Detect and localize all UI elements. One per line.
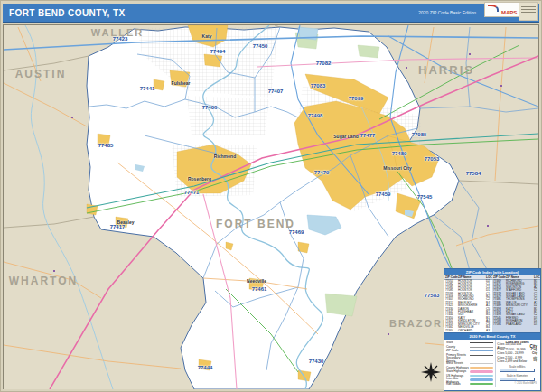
zip-table-row: 77584PEARLANDD3: [492, 323, 540, 326]
zip-code-label: 77545: [417, 194, 433, 200]
legend-city-sample: city: [534, 359, 537, 362]
legend-symbol-icon: [470, 383, 493, 386]
legend-city-label: Cities 2,499 and Below: [497, 359, 527, 363]
legend-symbol-icon: [470, 367, 493, 369]
zip-code-label: 77479: [314, 170, 330, 175]
legend-symbol-icon: [470, 355, 493, 356]
zip-table-title: ZIP Code Index (with Location): [444, 269, 540, 275]
zip-code-label: 77430: [309, 359, 324, 364]
legend-symbol-icon: [470, 359, 493, 359]
zip-code-label: 77085: [412, 132, 427, 137]
zip-code-label: 77469: [289, 229, 304, 235]
legend-symbol-icon: [470, 347, 493, 348]
legend-item-label: State: [446, 341, 470, 344]
zip-code-label: 77444: [198, 365, 213, 370]
zip-code-label: 77461: [252, 286, 267, 292]
legend-title: 2020 Fort Bend County, TX: [444, 333, 540, 340]
map-poster: FORT BEND COUNTY, TX 2020 ZIP Code Basic…: [0, 0, 542, 392]
zip-code-label: 77099: [349, 96, 364, 101]
city-name-label: Fulshear: [172, 80, 191, 86]
legend-city-row: Cities 2,499 and Belowcity: [496, 359, 538, 363]
scale-bar: Scale in Miles: [500, 365, 535, 372]
zip-code-label: 77407: [268, 89, 284, 94]
county-name-label: AUSTIN: [15, 68, 67, 80]
marketmaps-logo-icon: MAPS: [484, 2, 519, 17]
legend-cities-column: Cities and Towns Cities 100,000 and Abov…: [495, 340, 540, 387]
zip-code-label: 77082: [316, 61, 332, 66]
legend-symbol-icon: [470, 363, 493, 364]
zip-code-label: 77441: [140, 86, 155, 91]
zip-code-label: 77459: [376, 191, 391, 197]
zip-code-label: 77471: [184, 190, 200, 195]
zip-code-label: 77485: [98, 143, 114, 148]
zip-code-label: 77406: [202, 105, 218, 110]
zip-table-cell: PEARLAND: [506, 323, 534, 326]
header-bar: FORT BEND COUNTY, TX 2020 ZIP Code Basic…: [3, 4, 539, 22]
legend-symbol-icon: [470, 342, 493, 343]
edition-label: 2020 ZIP Code Basic Edition: [418, 10, 476, 15]
zip-table-cell: D3: [534, 323, 540, 326]
zip-code-label: 77494: [210, 49, 226, 54]
zip-table-left-column: ZIP CodeZIP NameLOC77053HOUSTOND277082HO…: [444, 275, 492, 332]
county-name-label: FORT BEND: [216, 218, 295, 230]
zip-code-label: 77083: [311, 83, 326, 89]
county-name-label: WHARTON: [9, 275, 78, 287]
legend-symbol-icon: [470, 375, 493, 378]
zip-code-label: 77583: [425, 293, 440, 298]
city-name-label: Needville: [247, 278, 266, 284]
legend-symbol-list: StateCountyZIP CodePrimary StreetsSecond…: [444, 340, 495, 387]
legend-item-label: County Highways: [446, 366, 470, 369]
city-name-label: Sugar Land: [333, 134, 359, 139]
legend-item-label: County: [446, 345, 470, 349]
zip-code-index-table: ZIP Code Index (with Location) ZIP CodeZ…: [444, 268, 541, 333]
map-legend: 2020 Fort Bend County, TX StateCountyZIP…: [444, 332, 541, 391]
city-name-label: Rosenberg: [188, 176, 211, 182]
zip-table-cell: 77584: [492, 323, 506, 326]
city-name-label: Beasley: [117, 219, 135, 225]
scale-bar-graphic: [500, 369, 535, 372]
legend-item-label: Rail Roads: [446, 382, 470, 386]
scale-bar: Scale in Kilometers: [500, 374, 535, 381]
zip-code-label: 77584: [466, 171, 481, 176]
legend-item-label: ZIP Code: [446, 349, 470, 352]
zip-code-label: 77498: [308, 113, 323, 118]
legend-symbol-icon: [470, 350, 493, 351]
publisher-logo: MAPS: [484, 2, 538, 17]
zip-code-label: 77477: [360, 133, 376, 138]
page-title: FORT BEND COUNTY, TX: [3, 8, 126, 18]
legend-item: Rail Roads: [446, 382, 493, 387]
zip-table-right-column: ZIP CodeZIP NameLOC77469RICHMONDB377471R…: [492, 275, 540, 332]
county-name-label: HARRIS: [418, 63, 474, 77]
logo-text: MAPS: [501, 10, 517, 15]
city-name-label: Katy: [202, 33, 212, 39]
copyright-text: © 2020 MarketMAPS: [496, 381, 538, 386]
legend-item-label: Minor Streets: [446, 361, 470, 365]
zip-code-label: 77053: [425, 156, 440, 162]
legend-symbol-icon: [470, 378, 493, 381]
zip-code-label: 77489: [392, 151, 407, 156]
zip-code-label: 77450: [253, 43, 268, 49]
logo-side-panel: [519, 2, 538, 21]
legend-symbol-icon: [470, 370, 493, 373]
city-name-label: Missouri City: [383, 165, 411, 171]
zip-code-label: 77423: [113, 36, 128, 42]
city-name-label: Richmond: [214, 154, 236, 159]
legend-item-label: State Highways: [446, 369, 470, 373]
